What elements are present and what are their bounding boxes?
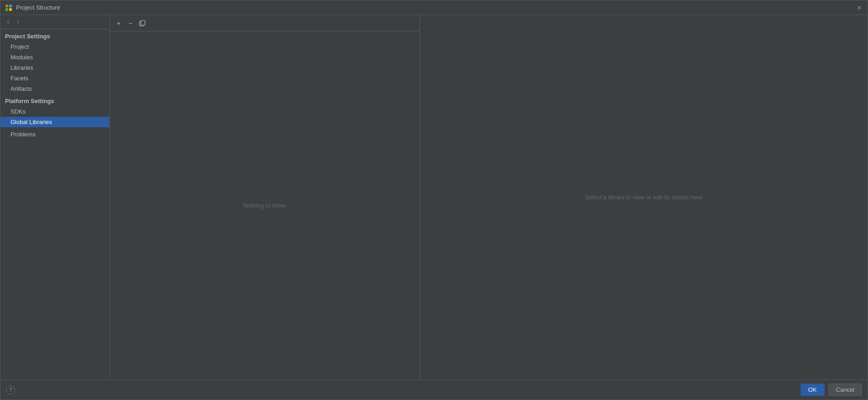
sidebar-item-artifacts[interactable]: Artifacts [0,83,109,94]
window-title: Project Structure [16,4,60,11]
svg-rect-1 [9,5,12,7]
library-list-panel: + − Nothing to show [110,15,420,379]
details-panel: Select a library to view or edit its det… [420,15,868,379]
help-button[interactable]: ? [6,385,15,395]
project-structure-dialog: Project Structure ✕ Project Se [0,0,868,400]
nav-forward-button[interactable] [14,18,22,26]
bottom-bar: ? OK Cancel [0,379,868,400]
nav-back-forward [0,15,109,29]
svg-rect-2 [5,8,8,11]
nav-back-button[interactable] [4,18,12,26]
sidebar-item-sdks[interactable]: SDKs [0,106,109,117]
details-placeholder: Select a library to view or edit its det… [585,194,702,201]
project-settings-header: Project Settings [0,29,109,42]
sidebar-item-global-libraries[interactable]: Global Libraries [0,117,109,127]
sidebar-item-libraries[interactable]: Libraries [0,62,109,73]
list-empty-message: Nothing to show [110,31,419,379]
copy-button[interactable] [137,18,147,28]
platform-settings-header: Platform Settings [0,94,109,106]
title-bar-left: Project Structure [5,4,60,11]
sidebar-item-problems[interactable]: Problems [0,127,109,140]
sidebar-item-modules[interactable]: Modules [0,52,109,62]
toolbar: + − [110,15,419,31]
action-buttons: OK Cancel [801,384,862,396]
remove-button[interactable]: − [125,18,135,28]
close-button[interactable]: ✕ [856,4,863,11]
main-content: + − Nothing to show Select a library to … [110,15,868,379]
title-bar: Project Structure ✕ [0,0,868,15]
sidebar-item-project[interactable]: Project [0,42,109,52]
svg-rect-0 [5,5,8,7]
sidebar-item-facets[interactable]: Facets [0,73,109,83]
dialog-content: Project Settings Project Modules Librari… [0,15,868,379]
svg-rect-5 [141,21,145,25]
app-icon [5,4,12,11]
ok-button[interactable]: OK [801,384,825,396]
svg-rect-3 [9,8,12,11]
sidebar: Project Settings Project Modules Librari… [0,15,110,379]
add-button[interactable]: + [114,18,124,28]
cancel-button[interactable]: Cancel [828,384,862,396]
